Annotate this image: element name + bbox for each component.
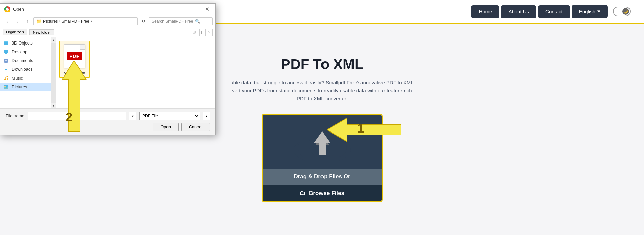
music-icon — [3, 76, 9, 81]
back-button[interactable]: ‹ — [3, 17, 12, 26]
pdf-badge: PDF — [67, 52, 82, 60]
sidebar-item-music[interactable]: Music — [0, 74, 56, 83]
browse-icon: 🗂 — [300, 189, 306, 197]
file-open-dialog: Open ✕ ‹ › ↑ 📁 Pictures › SmallPDF Free … — [0, 3, 216, 135]
svg-rect-17 — [5, 53, 7, 54]
svg-marker-15 — [4, 41, 8, 42]
sidebar-item-documents[interactable]: Documents — [0, 56, 56, 65]
search-bar[interactable]: Search SmallPDF Free 🔍 — [149, 17, 213, 25]
svg-text:2: 2 — [66, 110, 72, 124]
nav-home-button[interactable]: Home — [471, 5, 499, 18]
search-icon: 🔍 — [195, 19, 200, 24]
sidebar-item-downloads[interactable]: Downloads — [0, 65, 56, 74]
search-placeholder: Search SmallPDF Free — [152, 19, 193, 24]
svg-rect-14 — [4, 42, 8, 45]
svg-point-26 — [4, 86, 6, 87]
theme-toggle[interactable]: 🌙 — [613, 7, 631, 16]
svg-point-13 — [6, 8, 8, 10]
breadcrumb-dropdown-chevron: ▾ — [91, 19, 92, 23]
page-title: PDF To XML — [281, 56, 363, 72]
svg-text:1: 1 — [357, 121, 364, 135]
scroll-up-button[interactable]: ▲ — [51, 37, 56, 43]
annotation-arrow-2: 2 — [59, 61, 89, 136]
annotation-arrow-1: 1 — [327, 115, 404, 146]
sidebar-label-desktop: Desktop — [12, 50, 27, 54]
chrome-icon — [4, 6, 10, 12]
nav-language-button[interactable]: English ▾ — [572, 5, 608, 18]
up-button[interactable]: ↑ — [23, 17, 32, 26]
svg-rect-6 — [319, 143, 326, 155]
sidebar-label-documents: Documents — [12, 58, 33, 63]
dialog-bottom: File name: ▾ PDF File ▾ Open Cancel — [0, 108, 215, 135]
view-toolbar: Organize ▾ New folder ⊞ | ? — [0, 27, 215, 37]
svg-rect-20 — [5, 60, 7, 61]
nav-buttons: Home About Us Contact English ▾ 🌙 — [471, 5, 631, 18]
desktop-icon — [3, 50, 9, 54]
sidebar-item-3d-objects[interactable]: 3D Objects — [0, 39, 56, 48]
filetype-select[interactable]: PDF File — [139, 112, 200, 120]
view-mode-buttons: ⊞ | — [190, 29, 203, 36]
breadcrumb-smallpdf: SmallPDF Free — [62, 19, 89, 24]
svg-rect-19 — [5, 60, 7, 60]
pictures-icon — [3, 85, 9, 89]
filename-label: File name: — [6, 114, 25, 118]
new-folder-button[interactable]: New folder — [29, 29, 55, 35]
dialog-toolbar: ‹ › ↑ 📁 Pictures › SmallPDF Free ▾ ↻ Sea… — [0, 15, 215, 27]
scroll-down-button[interactable]: ▼ — [51, 103, 56, 108]
sidebar-item-desktop[interactable]: Desktop — [0, 48, 56, 56]
cancel-button[interactable]: Cancel — [181, 123, 210, 131]
sidebar-items-list: 3D Objects Desktop Documents — [0, 37, 56, 93]
open-button[interactable]: Open — [153, 123, 179, 131]
dialog-sidebar: 3D Objects Desktop Documents — [0, 37, 56, 108]
dialog-close-button[interactable]: ✕ — [203, 5, 211, 14]
drag-drop-bar: Drag & Drop Files Or — [263, 169, 382, 185]
dialog-body: 3D Objects Desktop Documents — [0, 37, 215, 108]
svg-rect-16 — [4, 50, 8, 53]
documents-icon — [3, 58, 9, 63]
downloads-icon — [3, 67, 9, 72]
breadcrumb-pictures: Pictures — [43, 19, 58, 24]
scroll-track — [51, 43, 56, 103]
view-grid-button[interactable]: ⊞ — [190, 29, 198, 36]
nav-contact-button[interactable]: Contact — [538, 5, 570, 18]
page-subtitle: able data, but struggle to access it eas… — [231, 79, 414, 103]
browse-files-button[interactable]: 🗂 Browse Files — [263, 185, 382, 201]
dialog-action-row: Open Cancel — [6, 123, 210, 131]
forward-button[interactable]: › — [13, 17, 22, 26]
filename-dropdown-button[interactable]: ▾ — [129, 112, 136, 120]
sidebar-label-music: Music — [12, 76, 23, 81]
breadcrumb: 📁 Pictures › SmallPDF Free ▾ — [33, 17, 138, 25]
refresh-button[interactable]: ↻ — [139, 17, 147, 25]
theme-toggle-moon-icon: 🌙 — [622, 8, 629, 15]
sidebar-scrollbar[interactable]: ▲ ▼ — [51, 37, 56, 108]
dialog-titlebar: Open ✕ — [0, 4, 215, 15]
folder-icon-sm: 📁 — [36, 19, 42, 24]
sidebar-item-pictures[interactable]: Pictures — [0, 83, 56, 91]
svg-rect-22 — [4, 71, 8, 71]
sidebar-label-3d-objects: 3D Objects — [12, 41, 33, 46]
3d-objects-icon — [3, 41, 9, 46]
svg-rect-21 — [5, 61, 6, 61]
breadcrumb-separator: › — [59, 19, 60, 23]
organize-button[interactable]: Organize ▾ — [3, 29, 27, 35]
help-button[interactable]: ? — [205, 29, 213, 36]
sidebar-label-downloads: Downloads — [12, 67, 33, 72]
filename-row: File name: ▾ PDF File ▾ — [6, 112, 210, 120]
nav-about-button[interactable]: About Us — [501, 5, 536, 18]
sidebar-label-pictures: Pictures — [12, 85, 27, 89]
view-split-button[interactable]: | — [199, 29, 203, 36]
filetype-dropdown-button[interactable]: ▾ — [203, 112, 210, 120]
dialog-title: Open — [4, 6, 24, 12]
svg-point-23 — [4, 79, 6, 80]
